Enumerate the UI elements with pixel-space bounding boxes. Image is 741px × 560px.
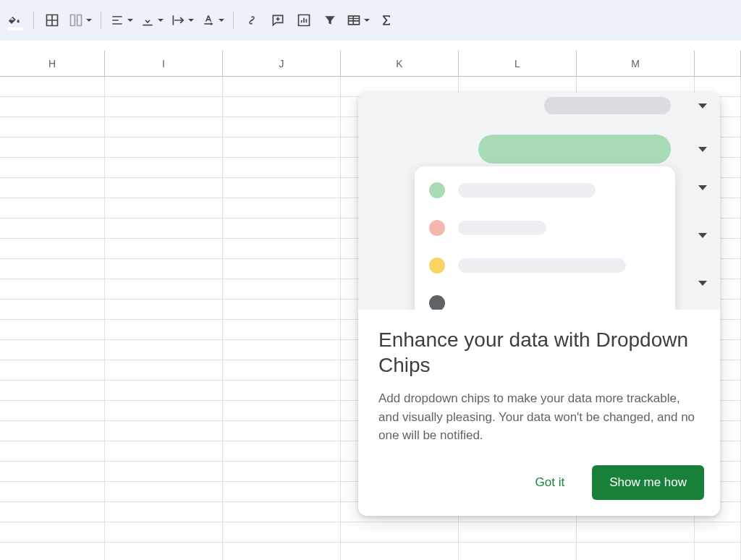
cell[interactable]: [105, 340, 223, 360]
cell[interactable]: [223, 219, 341, 239]
cell[interactable]: [0, 137, 105, 158]
column-header-i[interactable]: I: [105, 51, 223, 76]
cell[interactable]: [0, 219, 105, 239]
cell[interactable]: [0, 360, 105, 381]
cell[interactable]: [223, 462, 341, 482]
cell[interactable]: [223, 77, 341, 97]
cell[interactable]: [341, 522, 459, 543]
cell[interactable]: [105, 543, 223, 560]
cell[interactable]: [105, 259, 223, 279]
cell[interactable]: [223, 340, 341, 360]
cell[interactable]: [0, 279, 105, 300]
cell[interactable]: [223, 543, 341, 560]
cell[interactable]: [223, 360, 341, 381]
cell[interactable]: [459, 543, 577, 560]
cell[interactable]: [223, 320, 341, 340]
cell[interactable]: [0, 117, 105, 137]
cell[interactable]: [577, 543, 695, 560]
cell[interactable]: [105, 502, 223, 522]
cell[interactable]: [223, 381, 341, 401]
cell[interactable]: [0, 178, 105, 198]
cell[interactable]: [0, 502, 105, 522]
cell[interactable]: [0, 158, 105, 178]
cell[interactable]: [223, 300, 341, 320]
cell[interactable]: [105, 462, 223, 482]
cell[interactable]: [105, 522, 223, 543]
cell[interactable]: [105, 401, 223, 421]
cell[interactable]: [223, 97, 341, 117]
horizontal-align-button[interactable]: [107, 7, 136, 33]
cell[interactable]: [0, 401, 105, 421]
text-wrap-button[interactable]: [168, 7, 197, 33]
cell[interactable]: [0, 77, 105, 97]
column-header-m[interactable]: M: [577, 51, 695, 76]
cell[interactable]: [223, 482, 341, 502]
column-header-end[interactable]: [695, 51, 741, 76]
cell[interactable]: [105, 482, 223, 502]
cell[interactable]: [0, 259, 105, 279]
cell[interactable]: [577, 522, 695, 543]
cell[interactable]: [695, 543, 741, 560]
functions-button[interactable]: [374, 7, 399, 33]
cell[interactable]: [105, 97, 223, 117]
cell[interactable]: [223, 502, 341, 522]
cell[interactable]: [459, 522, 577, 543]
cell[interactable]: [223, 441, 341, 462]
cell[interactable]: [223, 178, 341, 198]
cell[interactable]: [105, 360, 223, 381]
cell[interactable]: [0, 97, 105, 117]
cell[interactable]: [0, 543, 105, 560]
cell[interactable]: [223, 279, 341, 300]
cell[interactable]: [105, 441, 223, 462]
insert-comment-button[interactable]: [266, 7, 290, 33]
fill-color-button[interactable]: [3, 7, 27, 33]
cell[interactable]: [105, 178, 223, 198]
column-header-k[interactable]: K: [341, 51, 459, 76]
cell[interactable]: [105, 137, 223, 158]
cell[interactable]: [105, 219, 223, 239]
cell[interactable]: [0, 482, 105, 502]
cell[interactable]: [0, 462, 105, 482]
cell[interactable]: [0, 522, 105, 543]
column-header-j[interactable]: J: [223, 51, 341, 76]
cell[interactable]: [695, 522, 741, 543]
cell[interactable]: [105, 320, 223, 340]
cell[interactable]: [0, 381, 105, 401]
cell[interactable]: [0, 239, 105, 259]
cell[interactable]: [105, 158, 223, 178]
cell[interactable]: [105, 381, 223, 401]
filter-button[interactable]: [318, 7, 342, 33]
vertical-align-button[interactable]: [137, 7, 166, 33]
cell[interactable]: [223, 239, 341, 259]
cell[interactable]: [0, 421, 105, 441]
cell[interactable]: [223, 522, 341, 543]
cell[interactable]: [223, 401, 341, 421]
column-header-h[interactable]: H: [0, 51, 105, 76]
cell[interactable]: [105, 421, 223, 441]
cell[interactable]: [341, 543, 459, 560]
cell[interactable]: [0, 340, 105, 360]
cell[interactable]: [223, 421, 341, 441]
cell[interactable]: [223, 198, 341, 219]
cell[interactable]: [0, 320, 105, 340]
cell[interactable]: [223, 158, 341, 178]
cell[interactable]: [105, 300, 223, 320]
column-header-l[interactable]: L: [459, 51, 577, 76]
cell[interactable]: [0, 441, 105, 462]
cell[interactable]: [223, 137, 341, 158]
cell[interactable]: [105, 117, 223, 137]
insert-link-button[interactable]: [240, 7, 264, 33]
table-button[interactable]: [344, 7, 373, 33]
cell[interactable]: [105, 198, 223, 219]
cell[interactable]: [0, 300, 105, 320]
cell[interactable]: [105, 239, 223, 259]
got-it-button[interactable]: Got it: [524, 467, 577, 499]
merge-cells-button[interactable]: [66, 7, 95, 33]
borders-button[interactable]: [40, 7, 64, 33]
text-rotation-button[interactable]: [198, 7, 227, 33]
cell[interactable]: [223, 117, 341, 137]
cell[interactable]: [223, 259, 341, 279]
cell[interactable]: [0, 198, 105, 219]
show-me-how-button[interactable]: Show me how: [592, 465, 704, 500]
cell[interactable]: [105, 77, 223, 97]
